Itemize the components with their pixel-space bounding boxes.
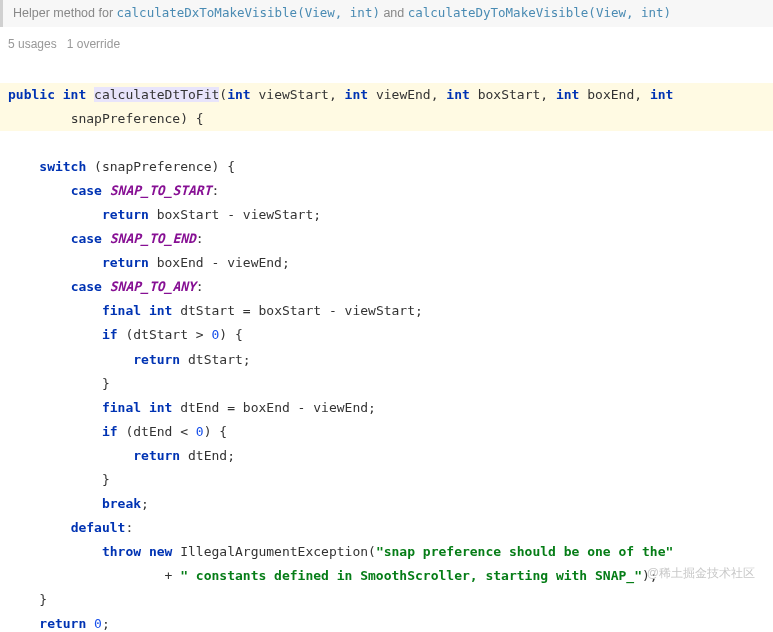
colon: : (196, 279, 204, 294)
semi: ; (141, 496, 149, 511)
assign1: = boxStart - viewStart; (235, 303, 423, 318)
overrides-count[interactable]: 1 override (67, 37, 120, 51)
comma: , (540, 87, 556, 102)
ret-dtend: dtEnd; (188, 448, 235, 463)
usages-count[interactable]: 5 usages (8, 37, 57, 51)
return-expr2: boxEnd - viewEnd; (157, 255, 290, 270)
kw-return: return (102, 207, 149, 222)
param-boxstart: boxStart (478, 87, 541, 102)
cond2: (dtEnd < (125, 424, 195, 439)
const-snap-end: SNAP_TO_END (110, 231, 196, 246)
cond1: (dtStart > (125, 327, 211, 342)
cond-close: ) { (204, 424, 227, 439)
kw-return: return (133, 448, 180, 463)
ret-dtstart: dtStart; (188, 352, 251, 367)
const-snap-any: SNAP_TO_ANY (110, 279, 196, 294)
plus: + (165, 568, 181, 583)
kw-case: case (71, 183, 102, 198)
kw-final: final (102, 303, 141, 318)
var-dtend: dtEnd (180, 400, 219, 415)
kw-int: int (149, 400, 172, 415)
code-block[interactable]: public int calculateDtToFit(int viewStar… (0, 59, 773, 632)
kw-switch: switch (39, 159, 86, 174)
doc-link-dy[interactable]: calculateDyToMakeVisible(View, int) (408, 5, 671, 20)
rbrace: } (102, 472, 110, 487)
rbrace: } (39, 592, 47, 607)
kw-int: int (650, 87, 673, 102)
kw-break: break (102, 496, 141, 511)
string1: "snap preference should be one of the" (376, 544, 673, 559)
usage-line: 5 usages 1 override (0, 27, 773, 59)
switch-var: snapPreference (102, 159, 212, 174)
rparen: ) (212, 159, 220, 174)
cond-close: ) { (219, 327, 242, 342)
const-snap-start: SNAP_TO_START (110, 183, 212, 198)
kw-int: int (345, 87, 368, 102)
num-zero: 0 (94, 616, 102, 631)
kw-case: case (71, 231, 102, 246)
lbrace: { (227, 159, 235, 174)
colon: : (212, 183, 220, 198)
param-snappref: snapPreference (71, 111, 181, 126)
var-dtstart: dtStart (180, 303, 235, 318)
kw-return: return (133, 352, 180, 367)
kw-int: int (446, 87, 469, 102)
method-name: calculateDtToFit (94, 87, 219, 102)
kw-new: new (149, 544, 172, 559)
documentation-header: Helper method for calculateDxToMakeVisib… (0, 0, 773, 27)
kw-throw: throw (102, 544, 141, 559)
comma: , (634, 87, 650, 102)
kw-int: int (556, 87, 579, 102)
comma: , (431, 87, 447, 102)
method-signature-line: public int calculateDtToFit(int viewStar… (0, 83, 773, 131)
param-viewend: viewEnd (376, 87, 431, 102)
rparen: ) (180, 111, 188, 126)
colon: : (125, 520, 133, 535)
return-expr1: boxStart - viewStart; (157, 207, 321, 222)
colon: : (196, 231, 204, 246)
kw-final: final (102, 400, 141, 415)
kw-return: return (102, 255, 149, 270)
string2: " constants defined in SmoothScroller, s… (180, 568, 642, 583)
kw-int: int (63, 87, 86, 102)
kw-return: return (39, 616, 86, 631)
assign2: = boxEnd - viewEnd; (219, 400, 376, 415)
param-boxend: boxEnd (587, 87, 634, 102)
doc-link-dx[interactable]: calculateDxToMakeVisible(View, int) (117, 5, 380, 20)
comma: , (329, 87, 345, 102)
param-viewstart: viewStart (258, 87, 328, 102)
kw-default: default (71, 520, 126, 535)
semi: ; (102, 616, 110, 631)
kw-int: int (149, 303, 172, 318)
lparen: ( (94, 159, 102, 174)
lparen: ( (368, 544, 376, 559)
lparen: ( (219, 87, 227, 102)
watermark: @稀土掘金技术社区 (647, 562, 755, 584)
doc-prefix: Helper method for (13, 6, 117, 20)
kw-if: if (102, 424, 118, 439)
kw-public: public (8, 87, 55, 102)
doc-middle: and (380, 6, 408, 20)
exception-class: IllegalArgumentException (180, 544, 368, 559)
rbrace: } (102, 376, 110, 391)
kw-if: if (102, 327, 118, 342)
kw-case: case (71, 279, 102, 294)
kw-int: int (227, 87, 250, 102)
num-zero: 0 (196, 424, 204, 439)
lbrace: { (196, 111, 204, 126)
